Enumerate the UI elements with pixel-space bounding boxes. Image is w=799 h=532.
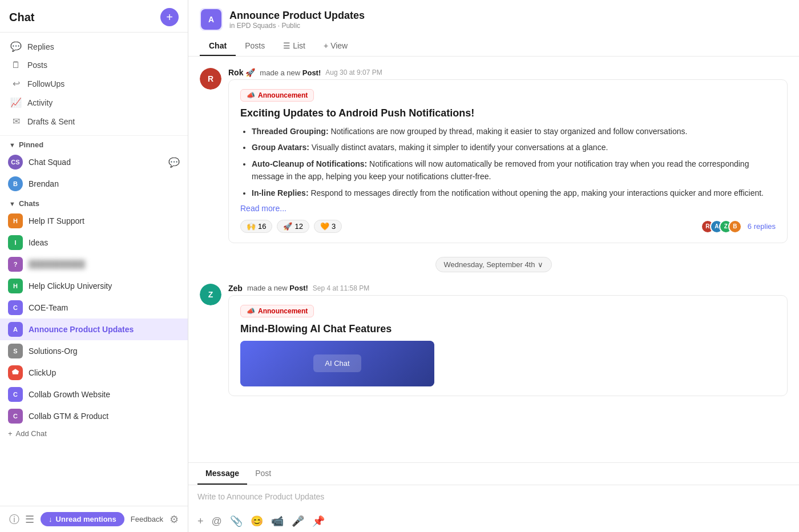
coe-team-label: COE-Team bbox=[29, 303, 180, 312]
replies-info[interactable]: R A Z B 6 replies bbox=[701, 220, 776, 233]
unread-mentions-badge[interactable]: ↓ Unread mentions bbox=[41, 512, 124, 526]
input-tab-post[interactable]: Post bbox=[247, 463, 279, 485]
help-it-label: Help IT Support bbox=[29, 216, 180, 225]
announcement-text: Announcement bbox=[258, 91, 308, 99]
sidebar-footer: ⓘ ☰ ↓ Unread mentions Feedback ⚙ bbox=[0, 506, 188, 532]
sidebar-header: Chat + bbox=[0, 0, 188, 33]
sidebar-item-posts[interactable]: 🗒 Posts bbox=[0, 56, 188, 74]
message-1-author: Rok 🚀 bbox=[228, 68, 255, 77]
posts-icon: 🗒 bbox=[10, 60, 22, 70]
brendan-label: Brendan bbox=[29, 179, 180, 188]
rok-avatar: R bbox=[200, 68, 221, 90]
attachment-toolbar-icon[interactable]: 📎 bbox=[230, 515, 243, 527]
sidebar-item-brendan[interactable]: B Brendan bbox=[0, 173, 188, 195]
message-1: R Rok 🚀 made a new Post! Aug 30 at 9:07 … bbox=[200, 68, 788, 243]
sidebar-item-solutions[interactable]: S Solutions-Org bbox=[0, 340, 188, 362]
channel-tabs: Chat Posts ☰ List + View bbox=[200, 37, 788, 56]
message-1-header: Rok 🚀 made a new Post! Aug 30 at 9:07 PM bbox=[228, 68, 788, 77]
posts-label: Posts bbox=[27, 61, 47, 70]
plus-toolbar-icon[interactable]: + bbox=[197, 515, 204, 527]
reaction-clap[interactable]: 🙌 16 bbox=[240, 220, 272, 233]
sidebar-title: Chat bbox=[9, 11, 34, 24]
followups-icon: ↩ bbox=[10, 78, 22, 89]
help-it-avatar: H bbox=[8, 213, 23, 228]
solutions-avatar: S bbox=[8, 344, 23, 358]
activity-icon: 📈 bbox=[10, 97, 22, 108]
emoji-toolbar-icon[interactable]: 😊 bbox=[251, 515, 263, 527]
help-icon[interactable]: ⓘ bbox=[9, 513, 19, 526]
channel-subtitle: in EPD Squads · Public bbox=[229, 22, 365, 30]
channel-header-top: A Announce Product Updates in EPD Squads… bbox=[200, 8, 788, 31]
sidebar-item-followups[interactable]: ↩ FollowUps bbox=[0, 74, 188, 93]
replies-icon: 💬 bbox=[10, 41, 22, 52]
list-tab-icon: ☰ bbox=[283, 41, 290, 50]
new-chat-button[interactable]: + bbox=[160, 8, 179, 26]
sidebar-item-clickup[interactable]: ClickUp bbox=[0, 362, 188, 384]
sidebar-item-replies[interactable]: 💬 Replies bbox=[0, 37, 188, 56]
tab-view[interactable]: + View bbox=[314, 37, 357, 56]
channel-icon-inner: A bbox=[201, 9, 221, 30]
activity-label: Activity bbox=[27, 98, 53, 107]
sidebar-item-ideas[interactable]: I Ideas bbox=[0, 232, 188, 253]
channel-name: Announce Product Updates bbox=[229, 10, 365, 22]
list-icon[interactable]: ☰ bbox=[25, 513, 34, 526]
message-input-placeholder[interactable]: Write to Announce Product Updates bbox=[188, 485, 799, 510]
clickup-label: ClickUp bbox=[29, 368, 180, 377]
chat-squad-label: Chat Squad bbox=[29, 158, 163, 167]
solutions-label: Solutions-Org bbox=[29, 346, 180, 356]
sidebar-item-help-clickup[interactable]: H Help ClickUp University bbox=[0, 275, 188, 297]
sidebar-item-collab-gtm[interactable]: C Collab GTM & Product bbox=[0, 405, 188, 427]
reaction-rocket[interactable]: 🚀 12 bbox=[277, 220, 309, 233]
message-2-header: Zeb made a new Post! Sep 4 at 11:58 PM bbox=[228, 284, 788, 293]
sidebar-item-chat-squad[interactable]: CS Chat Squad 💬 bbox=[0, 151, 188, 173]
tab-list[interactable]: ☰ List bbox=[274, 37, 314, 56]
sidebar-item-collab-growth[interactable]: C Collab Growth Website bbox=[0, 384, 188, 405]
video-toolbar-icon[interactable]: 📹 bbox=[271, 515, 284, 527]
help-clickup-avatar: H bbox=[8, 279, 23, 293]
pin-toolbar-icon[interactable]: 📌 bbox=[312, 515, 325, 527]
feedback-label[interactable]: Feedback bbox=[131, 515, 163, 523]
sidebar-item-blurred[interactable]: ? ██████████ bbox=[0, 253, 188, 275]
sidebar-item-coe-team[interactable]: C COE-Team bbox=[0, 297, 188, 319]
replies-label: Replies bbox=[27, 42, 54, 51]
rocket-count: 12 bbox=[294, 222, 302, 231]
chat-squad-bubble-icon: 💬 bbox=[168, 157, 180, 168]
clap-emoji: 🙌 bbox=[247, 222, 256, 231]
at-toolbar-icon[interactable]: @ bbox=[212, 515, 222, 527]
post-image-preview: AI Chat bbox=[240, 341, 434, 386]
post-image-overlay: AI Chat bbox=[313, 354, 361, 372]
rok-avatar-inner: R bbox=[200, 68, 221, 90]
sidebar-item-announce[interactable]: A Announce Product Updates bbox=[0, 319, 188, 340]
chat-squad-avatar: CS bbox=[8, 155, 23, 170]
channel-icon: A bbox=[200, 8, 223, 31]
blurred-label: ██████████ bbox=[29, 260, 180, 269]
sidebar-nav: 💬 Replies 🗒 Posts ↩ FollowUps 📈 Activity… bbox=[0, 33, 188, 136]
sidebar-item-activity[interactable]: 📈 Activity bbox=[0, 93, 188, 112]
add-chat-button[interactable]: + Add Chat bbox=[0, 427, 188, 442]
date-separator: Wednesday, September 4th ∨ bbox=[200, 257, 788, 272]
zeb-avatar: Z bbox=[200, 284, 221, 305]
read-more-link-1[interactable]: Read more... bbox=[240, 204, 776, 213]
date-text: Wednesday, September 4th bbox=[444, 260, 535, 269]
collab-gtm-avatar: C bbox=[8, 409, 23, 424]
input-tab-message[interactable]: Message bbox=[197, 463, 247, 485]
sidebar-item-help-it[interactable]: H Help IT Support bbox=[0, 210, 188, 232]
announcement-icon-2: 📣 bbox=[247, 307, 255, 315]
tab-posts[interactable]: Posts bbox=[236, 37, 274, 56]
down-arrow-icon: ↓ bbox=[49, 515, 53, 523]
reactions-row-1: 🙌 16 🚀 12 🧡 3 R bbox=[240, 220, 776, 233]
sidebar-item-drafts[interactable]: ✉ Drafts & Sent bbox=[0, 112, 188, 131]
message-2-action: made a new Post! bbox=[247, 284, 308, 292]
settings-icon[interactable]: ⚙ bbox=[170, 513, 179, 526]
add-chat-label: Add Chat bbox=[16, 429, 47, 438]
mic-toolbar-icon[interactable]: 🎤 bbox=[292, 515, 304, 527]
zeb-avatar-inner: Z bbox=[200, 284, 221, 305]
followups-label: FollowUps bbox=[27, 79, 64, 88]
date-pill[interactable]: Wednesday, September 4th ∨ bbox=[435, 257, 552, 272]
message-2-content: Zeb made a new Post! Sep 4 at 11:58 PM 📣… bbox=[228, 284, 788, 396]
pinned-section-header[interactable]: ▼ Pinned bbox=[0, 136, 188, 151]
blurred-avatar: ? bbox=[8, 257, 23, 272]
reaction-heart[interactable]: 🧡 3 bbox=[314, 220, 342, 233]
chats-section-header[interactable]: ▼ Chats bbox=[0, 195, 188, 210]
tab-chat[interactable]: Chat bbox=[200, 37, 236, 56]
